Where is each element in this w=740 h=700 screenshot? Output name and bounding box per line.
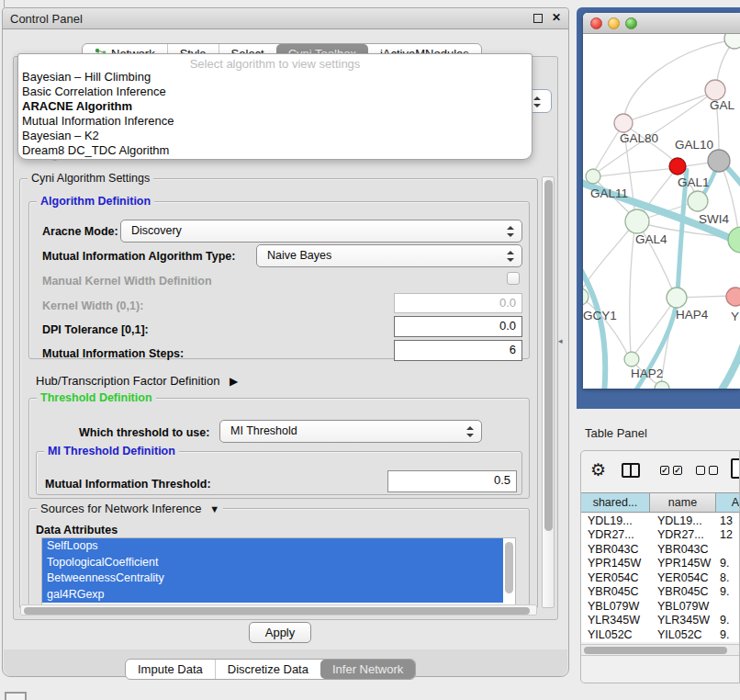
tab-impute-data[interactable]: Impute Data [126, 660, 215, 679]
control-panel-titlebar: Control Panel ✕ [3, 8, 568, 29]
hub-definition-label[interactable]: Hub/Transcription Factor Definition ▶ [36, 374, 238, 388]
table-horizontal-scrollbar[interactable] [581, 644, 740, 656]
dpi-tolerance-field[interactable]: 0.0 [394, 316, 522, 337]
table-row[interactable]: YDL19...YDL19...13 [581, 514, 740, 528]
gear-icon[interactable]: ⚙ [590, 459, 606, 480]
table-row[interactable]: YBR043CYBR043C [581, 542, 740, 557]
attribute-item-selected[interactable]: gal4RGexp [42, 587, 503, 604]
split-columns-icon[interactable] [622, 463, 640, 478]
splitter-collapse-icon[interactable]: ◂ [558, 336, 563, 345]
mi-type-combo[interactable]: Naive Bayes [256, 244, 522, 267]
algorithm-option[interactable]: Bayesian – K2 [18, 129, 532, 143]
algorithm-option[interactable]: Mutual Information Inference [18, 114, 532, 129]
node-gal-partial[interactable] [705, 80, 725, 100]
threshold-definition-title: Threshold Definition [37, 391, 156, 404]
node-hap4[interactable] [667, 288, 687, 308]
table-panel-title: Table Panel [585, 426, 647, 440]
cell-shared-name: YBR045C [581, 585, 650, 598]
algorithm-option[interactable]: Dream8 DC_TDC Algorithm [18, 143, 532, 158]
scrollbar-thumb[interactable] [24, 607, 530, 615]
expand-arrow-icon[interactable]: ▶ [230, 375, 238, 388]
apply-button[interactable]: Apply [249, 622, 311, 643]
unchecked-boxes-icon[interactable] [696, 466, 718, 475]
collapse-arrow-icon[interactable]: ▼ [209, 503, 219, 514]
cell-name: YPR145W [650, 557, 716, 570]
cell-shared-name: YDL19... [581, 514, 650, 527]
node-unnamed-top[interactable] [724, 34, 740, 49]
bottom-tab-bar: Impute DataDiscretize DataInfer Network [125, 659, 416, 680]
data-attributes-list[interactable]: SelfLoopsTopologicalCoefficientBetweenne… [41, 537, 516, 605]
node-gal11[interactable] [586, 169, 600, 184]
algorithm-option[interactable]: Basic Correlation Inference [18, 85, 532, 99]
node-gal4[interactable] [625, 209, 649, 233]
node-right-green[interactable] [728, 227, 740, 253]
cell-shared-name: YBR043C [581, 543, 650, 556]
node-label: GAL [710, 98, 734, 112]
checked-boxes-icon[interactable]: ✓✓ [660, 466, 682, 475]
network-canvas[interactable]: GAL GAL80 GAL10 GAL11 GAL1 SWI4 GAL4 GCY… [583, 34, 740, 389]
attribute-item-selected[interactable]: BetweennessCentrality [42, 570, 503, 587]
kernel-width-field[interactable]: 0.0 [394, 293, 522, 313]
close-icon[interactable]: ✕ [552, 11, 561, 24]
mi-threshold-group-title: MI Threshold Definition [44, 445, 179, 457]
node-hap2[interactable] [624, 352, 639, 367]
column-header-shared-name[interactable]: shared... [581, 493, 650, 512]
table-row[interactable]: YIL052CYIL052C9. [581, 627, 740, 642]
cell-name: YBR045C [650, 585, 716, 598]
which-threshold-combo[interactable]: MI Threshold [219, 420, 482, 443]
settings-horizontal-scrollbar[interactable] [20, 604, 537, 615]
page-icon[interactable] [731, 458, 740, 479]
cell-value: 9. [716, 614, 740, 627]
mi-type-label: Mutual Information Algorithm Type: [42, 250, 235, 263]
node-bottom[interactable] [655, 381, 669, 389]
minimize-traffic-light-icon[interactable] [608, 17, 620, 29]
mi-threshold-field[interactable]: 0.5 [387, 470, 517, 492]
mi-steps-field[interactable]: 6 [394, 340, 522, 361]
cell-shared-name: YER054C [581, 571, 650, 584]
table-row[interactable]: YBL079WYBL079W [581, 599, 740, 614]
algorithm-option[interactable]: ARACNE Algorithm [18, 99, 532, 114]
aracne-mode-combo[interactable]: Discovery [120, 220, 522, 243]
cell-name: YER054C [650, 571, 716, 584]
table-row[interactable]: YER054CYER054C8. [581, 570, 740, 585]
settings-vertical-scrollbar[interactable] [542, 176, 555, 608]
list-scrollbar[interactable] [505, 542, 513, 593]
data-attributes-label: Data Attributes [36, 524, 118, 536]
network-view-window[interactable]: GAL GAL80 GAL10 GAL11 GAL1 SWI4 GAL4 GCY… [583, 13, 740, 389]
table-row[interactable]: YDR27...YDR27...12 [581, 528, 740, 543]
column-header-partial[interactable]: A [716, 493, 740, 512]
scrollbar-thumb[interactable] [544, 180, 553, 531]
close-traffic-light-icon[interactable] [590, 17, 602, 29]
minimized-panel-fragment [5, 692, 27, 700]
kernel-width-label: Kernel Width (0,1): [42, 299, 143, 312]
column-header-name[interactable]: name [650, 493, 716, 512]
aracne-mode-value: Discovery [131, 224, 182, 237]
table-row[interactable]: YLR345WYLR345W9. [581, 614, 740, 628]
node-gal80[interactable] [614, 114, 633, 132]
attribute-item-selected[interactable]: TopologicalCoefficient [42, 555, 503, 571]
float-icon[interactable] [533, 14, 543, 23]
attribute-item-selected[interactable]: SelfLoops [42, 538, 503, 555]
table-row[interactable]: YPR145WYPR145W9. [581, 557, 740, 571]
node-swi4[interactable] [688, 191, 708, 211]
zoom-traffic-light-icon[interactable] [625, 17, 637, 29]
scrollbar-thumb[interactable] [584, 647, 727, 654]
node-gal10[interactable] [708, 150, 730, 172]
algorithm-list: Bayesian – Hill ClimbingBasic Correlatio… [18, 70, 532, 158]
tab-infer-network[interactable]: Infer Network [320, 660, 415, 679]
manual-kernel-checkbox[interactable] [507, 272, 520, 285]
sources-group-title[interactable]: Sources for Network Inference ▼ [37, 502, 223, 515]
table-row[interactable]: YBR045CYBR045C9. [581, 585, 740, 600]
tab-label: Infer Network [332, 662, 403, 676]
cell-value: 12 [716, 528, 740, 541]
tab-discretize-data[interactable]: Discretize Data [215, 660, 320, 679]
node-gal1-red[interactable] [669, 158, 686, 175]
cell-name: YBL079W [650, 600, 716, 613]
tab-label: Discretize Data [228, 662, 308, 676]
table-header-row: shared... name A [581, 492, 740, 513]
settings-group-title: Cyni Algorithm Settings [28, 172, 153, 185]
network-window-titlebar[interactable] [583, 13, 740, 34]
node-salmon[interactable] [726, 288, 740, 306]
dpi-tolerance-label: DPI Tolerance [0,1]: [42, 323, 149, 336]
algorithm-option[interactable]: Bayesian – Hill Climbing [18, 70, 532, 85]
